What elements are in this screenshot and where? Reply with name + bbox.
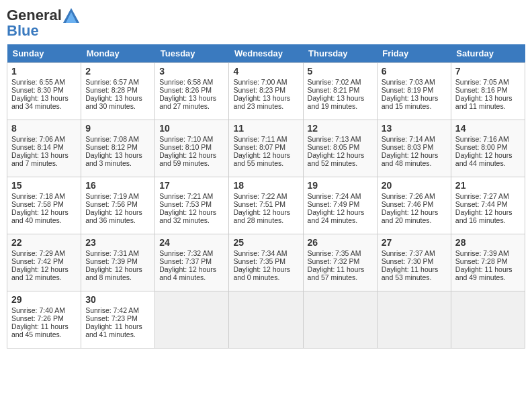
day-number: 18: [233, 180, 298, 191]
day-info: Sunset: 8:05 PM: [308, 143, 373, 151]
day-cell-15: 15Sunrise: 7:18 AMSunset: 7:58 PMDayligh…: [7, 177, 81, 234]
day-info: Daylight: 12 hours: [85, 208, 150, 216]
day-info: Sunset: 7:32 PM: [308, 257, 373, 265]
day-info: Daylight: 11 hours: [455, 265, 521, 273]
day-info: Sunrise: 7:26 AM: [382, 192, 447, 200]
day-info: Sunrise: 7:21 AM: [159, 192, 224, 200]
day-cell-27: 27Sunrise: 7:37 AMSunset: 7:30 PMDayligh…: [377, 234, 451, 291]
day-info: and 23 minutes.: [233, 102, 298, 110]
day-number: 23: [85, 237, 150, 248]
empty-cell: [229, 291, 303, 349]
day-info: and 59 minutes.: [159, 159, 224, 167]
col-header-tuesday: Tuesday: [155, 44, 229, 63]
day-info: Sunrise: 7:42 AM: [85, 306, 150, 314]
day-info: Sunrise: 7:19 AM: [85, 192, 150, 200]
day-info: Daylight: 12 hours: [159, 208, 224, 216]
day-info: Daylight: 13 hours: [233, 94, 298, 102]
day-info: Daylight: 13 hours: [159, 94, 224, 102]
day-info: and 49 minutes.: [455, 273, 521, 281]
day-cell-17: 17Sunrise: 7:21 AMSunset: 7:53 PMDayligh…: [155, 177, 229, 234]
day-info: Sunset: 8:30 PM: [11, 86, 77, 94]
day-info: Daylight: 11 hours: [308, 265, 373, 273]
day-info: Sunrise: 7:16 AM: [455, 135, 521, 143]
day-info: and 20 minutes.: [382, 216, 447, 224]
day-info: and 32 minutes.: [159, 216, 224, 224]
day-cell-18: 18Sunrise: 7:22 AMSunset: 7:51 PMDayligh…: [229, 177, 303, 234]
day-info: Sunset: 7:53 PM: [159, 200, 224, 208]
day-info: and 27 minutes.: [159, 102, 224, 110]
day-number: 14: [455, 123, 521, 134]
empty-cell: [303, 291, 377, 349]
day-info: Sunrise: 7:40 AM: [11, 306, 77, 314]
day-info: Sunset: 8:19 PM: [382, 86, 447, 94]
day-cell-5: 5Sunrise: 7:02 AMSunset: 8:21 PMDaylight…: [303, 63, 377, 120]
day-cell-30: 30Sunrise: 7:42 AMSunset: 7:23 PMDayligh…: [81, 291, 155, 349]
day-cell-19: 19Sunrise: 7:24 AMSunset: 7:49 PMDayligh…: [303, 177, 377, 234]
day-info: Daylight: 12 hours: [233, 208, 298, 216]
day-info: Sunset: 8:16 PM: [455, 86, 521, 94]
day-cell-7: 7Sunrise: 7:05 AMSunset: 8:16 PMDaylight…: [451, 63, 525, 120]
empty-cell: [377, 291, 451, 349]
day-info: Sunset: 8:03 PM: [382, 143, 447, 151]
day-number: 15: [11, 180, 77, 191]
day-info: Sunset: 7:44 PM: [455, 200, 521, 208]
day-info: Sunset: 8:28 PM: [85, 86, 150, 94]
day-cell-25: 25Sunrise: 7:34 AMSunset: 7:35 PMDayligh…: [229, 234, 303, 291]
day-number: 11: [233, 123, 298, 134]
day-number: 8: [11, 123, 77, 134]
day-info: Daylight: 13 hours: [85, 94, 150, 102]
day-info: Daylight: 12 hours: [233, 151, 298, 159]
day-info: and 12 minutes.: [11, 273, 77, 281]
day-info: Daylight: 12 hours: [308, 208, 373, 216]
day-cell-1: 1Sunrise: 6:55 AMSunset: 8:30 PMDaylight…: [7, 63, 81, 120]
day-info: Daylight: 13 hours: [11, 94, 77, 102]
logo: General Blue: [7, 7, 81, 39]
day-info: and 55 minutes.: [233, 159, 298, 167]
day-info: Daylight: 11 hours: [11, 322, 77, 330]
day-info: Sunrise: 7:39 AM: [455, 249, 521, 257]
day-number: 27: [382, 237, 447, 248]
day-info: and 19 minutes.: [308, 102, 373, 110]
day-info: Sunset: 7:39 PM: [85, 257, 150, 265]
col-header-friday: Friday: [377, 44, 451, 63]
day-number: 13: [382, 123, 447, 134]
day-info: Sunrise: 7:08 AM: [85, 135, 150, 143]
day-cell-4: 4Sunrise: 7:00 AMSunset: 8:23 PMDaylight…: [229, 63, 303, 120]
day-cell-13: 13Sunrise: 7:14 AMSunset: 8:03 PMDayligh…: [377, 120, 451, 177]
day-info: Daylight: 11 hours: [382, 265, 447, 273]
day-number: 24: [159, 237, 224, 248]
day-info: and 36 minutes.: [85, 216, 150, 224]
day-number: 7: [455, 66, 521, 77]
day-info: Sunset: 8:21 PM: [308, 86, 373, 94]
day-number: 9: [85, 123, 150, 134]
day-number: 4: [233, 66, 298, 77]
day-cell-16: 16Sunrise: 7:19 AMSunset: 7:56 PMDayligh…: [81, 177, 155, 234]
day-info: and 3 minutes.: [85, 159, 150, 167]
day-info: Sunrise: 7:06 AM: [11, 135, 77, 143]
day-info: Daylight: 12 hours: [382, 208, 447, 216]
day-info: Sunrise: 7:14 AM: [382, 135, 447, 143]
day-number: 2: [85, 66, 150, 77]
day-cell-10: 10Sunrise: 7:10 AMSunset: 8:10 PMDayligh…: [155, 120, 229, 177]
day-cell-11: 11Sunrise: 7:11 AMSunset: 8:07 PMDayligh…: [229, 120, 303, 177]
day-info: Sunrise: 7:05 AM: [455, 78, 521, 86]
day-info: and 48 minutes.: [382, 159, 447, 167]
day-info: and 30 minutes.: [85, 102, 150, 110]
day-info: Daylight: 12 hours: [85, 265, 150, 273]
day-info: Sunrise: 7:00 AM: [233, 78, 298, 86]
day-info: Sunrise: 7:34 AM: [233, 249, 298, 257]
day-info: and 4 minutes.: [159, 273, 224, 281]
day-info: and 40 minutes.: [11, 216, 77, 224]
day-info: Sunrise: 7:22 AM: [233, 192, 298, 200]
day-info: Daylight: 13 hours: [455, 94, 521, 102]
day-number: 29: [11, 294, 77, 305]
day-cell-3: 3Sunrise: 6:58 AMSunset: 8:26 PMDaylight…: [155, 63, 229, 120]
day-number: 19: [308, 180, 373, 191]
day-number: 30: [85, 294, 150, 305]
day-info: Daylight: 12 hours: [11, 208, 77, 216]
day-cell-8: 8Sunrise: 7:06 AMSunset: 8:14 PMDaylight…: [7, 120, 81, 177]
empty-cell: [451, 291, 525, 349]
day-cell-6: 6Sunrise: 7:03 AMSunset: 8:19 PMDaylight…: [377, 63, 451, 120]
day-number: 5: [308, 66, 373, 77]
day-info: Sunrise: 6:58 AM: [159, 78, 224, 86]
